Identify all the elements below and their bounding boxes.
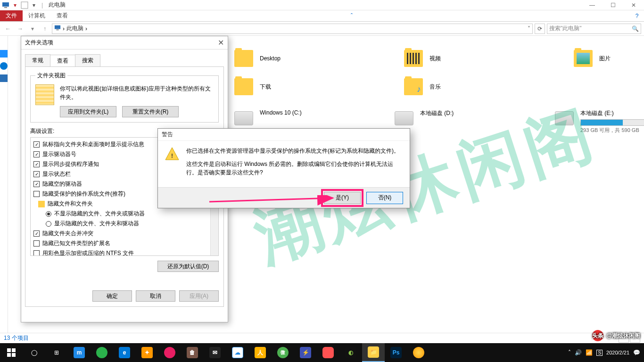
search-icon[interactable]: 🔍 [632, 25, 639, 32]
taskbar-app[interactable] [317, 343, 339, 362]
toutiao-icon: 头条 [592, 330, 603, 341]
adv-setting-row[interactable]: ✓隐藏文件夹合并冲突 [32, 229, 217, 239]
adv-setting-row[interactable]: 不显示隐藏的文件、文件夹或驱动器 [32, 209, 217, 219]
drive-e[interactable]: 本地磁盘 (E:) 293 GB 可用，共 590 GB [555, 109, 644, 134]
up-button[interactable]: ↑ [40, 24, 50, 34]
source-caption: 头条 @潮炫休闲阁 [592, 330, 640, 341]
taskbar-app[interactable]: 🗑 [181, 343, 204, 362]
svg-text:!: ! [171, 153, 173, 159]
folder-desktop[interactable]: Desktop [234, 50, 338, 67]
taskbar-app[interactable]: ◐ [339, 343, 362, 362]
taskbar-app[interactable]: ✦ [136, 343, 158, 362]
no-button[interactable]: 否(N) [366, 192, 403, 204]
adv-setting-label: 显示同步提供程序通知 [42, 160, 99, 168]
checkbox-icon[interactable]: ✓ [33, 161, 40, 167]
svg-rect-1 [4, 7, 7, 8]
refresh-button[interactable]: ⟳ [535, 24, 545, 34]
adv-setting-label: 隐藏已知文件类型的扩展名 [42, 239, 110, 247]
taskbar-app[interactable]: ⚡ [294, 343, 317, 362]
address-bar[interactable]: › 此电脑 › ˅ [52, 24, 533, 34]
checkbox-icon[interactable]: ✓ [33, 171, 40, 177]
help-icon[interactable]: ? [630, 10, 644, 21]
address-dropdown-icon[interactable]: ˅ [528, 25, 530, 32]
ribbon-expand-icon[interactable]: ˆ [342, 10, 361, 21]
checkbox-icon[interactable] [33, 240, 40, 247]
cancel-button[interactable]: 取消 [136, 290, 175, 302]
tab-search[interactable]: 搜索 [75, 54, 100, 66]
taskbar-app[interactable]: 人 [249, 343, 272, 362]
qat-checkbox-icon[interactable] [21, 1, 28, 9]
tab-computer[interactable]: 计算机 [23, 10, 51, 21]
cortana-button[interactable]: ◯ [23, 343, 45, 362]
close-button[interactable]: ✕ [623, 0, 644, 10]
clock[interactable]: 2020/2/21 [606, 350, 629, 355]
minimize-button[interactable]: ― [582, 0, 603, 10]
folder-icon [234, 50, 253, 67]
checkbox-icon[interactable] [33, 250, 40, 256]
taskbar-app[interactable] [91, 343, 113, 362]
taskbar-app[interactable] [158, 343, 181, 362]
folder-downloads[interactable]: 下载 [234, 78, 338, 95]
checkbox-icon[interactable]: ✓ [33, 181, 40, 187]
ok-button[interactable]: 确定 [92, 290, 132, 302]
apply-button[interactable]: 应用(A) [179, 290, 219, 302]
checkbox-icon[interactable]: ✓ [33, 141, 40, 148]
qat-dropdown-icon[interactable]: ▾ [11, 1, 19, 9]
quick-access-icon[interactable] [0, 50, 8, 58]
taskbar-app[interactable]: Ps [385, 343, 407, 362]
window-title: 此电脑 [49, 1, 66, 9]
radio-icon[interactable] [46, 211, 51, 217]
maximize-button[interactable]: ☐ [603, 0, 623, 10]
tray-ime-icon[interactable]: S [596, 350, 603, 356]
dialog-close-button[interactable]: ✕ [218, 38, 224, 47]
checkbox-icon[interactable] [33, 191, 40, 197]
taskbar-app[interactable]: m [68, 343, 91, 362]
start-button[interactable] [0, 343, 23, 362]
tray-up-icon[interactable]: ˄ [568, 349, 571, 356]
tab-general[interactable]: 常规 [25, 54, 50, 66]
drive-label: 本地磁盘 (E:) [580, 109, 644, 117]
reset-folders-button[interactable]: 重置文件夹(R) [122, 106, 179, 117]
forward-button[interactable]: → [15, 24, 25, 34]
checkbox-icon[interactable]: ✓ [33, 151, 40, 157]
taskbar-app[interactable] [407, 343, 430, 362]
warning-line1: 你已选择在文件资源管理器中显示受保护的操作系统文件(标记为系统和隐藏的文件)。 [186, 147, 403, 155]
onedrive-icon[interactable] [0, 62, 8, 70]
yes-button[interactable]: 是(Y) [324, 192, 361, 204]
taskbar-app[interactable]: ☁ [226, 343, 249, 362]
adv-setting-row[interactable]: 用彩色显示加密或压缩的 NTFS 文件 [32, 248, 217, 256]
adv-setting-label: 鼠标指向文件夹和桌面项时显示提示信息 [42, 140, 144, 148]
history-dropdown[interactable]: ▾ [27, 24, 38, 34]
tray-icon[interactable]: 🔊 [575, 349, 582, 356]
tab-view[interactable]: 查看 [50, 55, 75, 67]
chevron-icon[interactable]: › [63, 25, 65, 32]
system-tray[interactable]: ˄ 🔊 📶 S 2020/2/21 💬 [564, 349, 644, 356]
taskbar-app[interactable]: e [113, 343, 136, 362]
folder-pictures[interactable]: 图片 [574, 50, 644, 67]
folder-music[interactable]: ♪ 音乐 [404, 78, 508, 95]
apply-to-folders-button[interactable]: 应用到文件夹(L) [60, 106, 116, 117]
checkbox-icon[interactable]: ✓ [33, 230, 40, 237]
back-button[interactable]: ← [3, 24, 13, 34]
search-box[interactable]: 搜索"此电脑" 🔍 [547, 24, 641, 34]
adv-setting-label: 隐藏空的驱动器 [42, 180, 82, 188]
radio-icon[interactable] [46, 221, 51, 227]
adv-setting-row[interactable]: 显示隐藏的文件、文件夹和驱动器 [32, 219, 217, 229]
taskbar-app[interactable]: ✉ [204, 343, 226, 362]
breadcrumb-thispc[interactable]: 此电脑 [66, 25, 83, 33]
taskbar-explorer[interactable]: 📁 [362, 343, 385, 362]
adv-setting-row[interactable]: 隐藏已知文件类型的扩展名 [32, 239, 217, 248]
folder-videos[interactable]: 视频 [404, 50, 508, 67]
folder-icon [574, 50, 593, 67]
restore-defaults-button[interactable]: 还原为默认值(D) [157, 261, 219, 272]
drive-d[interactable]: 本地磁盘 (D:) [395, 109, 508, 134]
tab-view[interactable]: 查看 [51, 10, 74, 21]
taskview-button[interactable]: ⊞ [45, 343, 68, 362]
taskbar-app[interactable]: 微 [272, 343, 294, 362]
tray-icon[interactable]: 📶 [586, 349, 593, 356]
notification-icon[interactable]: 💬 [633, 349, 640, 356]
chevron-icon[interactable]: › [85, 25, 87, 32]
tab-file[interactable]: 文件 [0, 10, 23, 21]
qat-dropdown2-icon[interactable]: ▾ [30, 1, 38, 9]
thispc-icon[interactable] [0, 74, 8, 82]
